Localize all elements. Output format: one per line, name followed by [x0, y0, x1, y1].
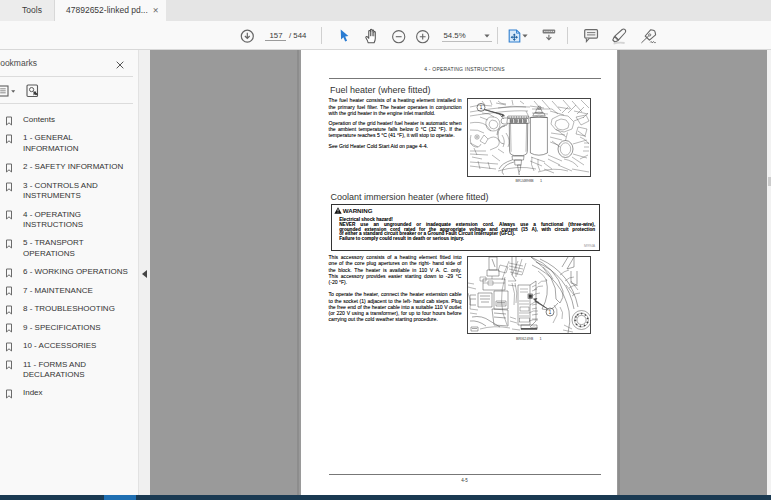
svg-text:1: 1 [548, 310, 551, 315]
svg-text:1: 1 [479, 105, 482, 110]
